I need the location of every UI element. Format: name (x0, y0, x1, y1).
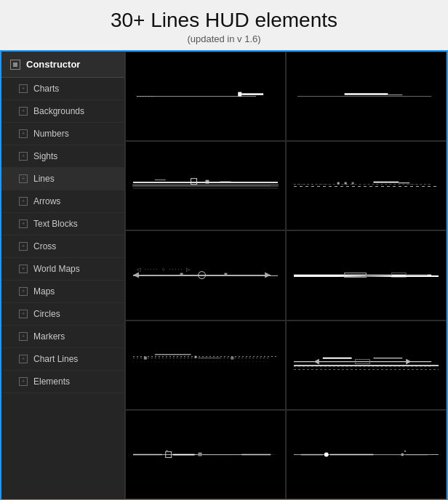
text-blocks-icon (19, 219, 28, 228)
sidebar-item-label: Chart Lines (33, 354, 78, 364)
svg-point-57 (324, 452, 329, 456)
sidebar-item-label: Charts (33, 84, 59, 94)
sidebar-item-chart-lines[interactable]: Chart Lines (1, 348, 124, 371)
arrows-icon (19, 197, 28, 206)
charts-icon (19, 84, 28, 93)
sidebar-item-label: Text Blocks (33, 219, 78, 229)
sidebar-item-world-maps[interactable]: World Maps (1, 258, 124, 281)
svg-rect-29 (224, 273, 227, 276)
sidebar-item-backgrounds[interactable]: Backgrounds (1, 100, 124, 123)
sidebar-item-label: Arrows (33, 196, 60, 206)
numbers-icon (19, 129, 28, 138)
maps-icon (19, 287, 28, 296)
cross-icon (19, 242, 28, 251)
hud-cell-1-2[interactable] (286, 52, 447, 141)
page-subtitle: (updated in v 1.6) (0, 33, 448, 44)
sidebar-header[interactable]: Constructor (1, 52, 124, 78)
hud-cell-3-2[interactable] (286, 230, 447, 320)
sidebar-item-label: Markers (33, 331, 65, 342)
svg-point-25 (199, 272, 206, 279)
sidebar: Constructor Charts Backgrounds Numbers S… (1, 52, 125, 499)
world-maps-icon (19, 265, 28, 273)
sidebar-item-arrows[interactable]: Arrows (1, 190, 124, 213)
hud-cell-5-2[interactable] (286, 410, 447, 499)
hud-cell-2-1[interactable] (125, 141, 286, 230)
sidebar-item-label: Cross (33, 241, 56, 251)
elements-icon (19, 377, 28, 386)
svg-rect-20 (345, 182, 347, 185)
hud-cell-2-2[interactable] (286, 141, 447, 230)
sidebar-item-elements[interactable]: Elements (1, 371, 124, 393)
svg-rect-31 (345, 273, 367, 278)
svg-marker-46 (314, 358, 319, 364)
sidebar-item-lines[interactable]: Lines (1, 168, 124, 190)
circles-icon (19, 310, 28, 318)
hud-cell-5-1[interactable] (125, 410, 286, 499)
sidebar-item-maps[interactable]: Maps (1, 281, 124, 303)
svg-rect-3 (238, 92, 241, 97)
svg-rect-41 (231, 356, 233, 359)
chart-lines-icon (19, 355, 28, 363)
sidebar-item-label: World Maps (33, 264, 80, 274)
backgrounds-icon (19, 107, 28, 116)
svg-marker-23 (133, 273, 139, 278)
lines-icon (19, 174, 28, 183)
svg-marker-24 (265, 273, 271, 278)
sidebar-item-label: Sights (33, 151, 57, 161)
sidebar-item-numbers[interactable]: Numbers (1, 123, 124, 145)
svg-rect-40 (195, 355, 197, 358)
svg-rect-10 (191, 179, 197, 185)
content-grid (125, 52, 447, 499)
sidebar-header-label: Constructor (26, 59, 80, 70)
sights-icon (19, 152, 28, 161)
sidebar-item-label: Lines (33, 174, 55, 184)
sidebar-item-circles[interactable]: Circles (1, 303, 124, 326)
sidebar-item-label: Maps (33, 286, 55, 297)
main-container: Constructor Charts Backgrounds Numbers S… (0, 50, 448, 500)
svg-rect-53 (199, 452, 202, 456)
svg-rect-19 (337, 182, 340, 185)
hud-cell-3-1[interactable] (125, 230, 286, 320)
sidebar-item-cross[interactable]: Cross (1, 235, 124, 258)
markers-icon (19, 332, 28, 341)
sidebar-item-label: Numbers (33, 129, 69, 139)
hud-cell-4-1[interactable] (125, 320, 286, 410)
svg-marker-47 (406, 358, 411, 364)
sidebar-item-label: Circles (33, 309, 60, 319)
page-title: 30+ Lines HUD elements (0, 0, 448, 33)
hud-cell-1-1[interactable] (125, 52, 286, 141)
svg-rect-28 (180, 273, 183, 276)
sidebar-item-markers[interactable]: Markers (1, 326, 124, 348)
sidebar-item-label: Backgrounds (33, 106, 84, 116)
sidebar-item-text-blocks[interactable]: Text Blocks (1, 213, 124, 235)
hud-cell-4-2[interactable] (286, 320, 447, 410)
svg-rect-39 (144, 356, 147, 359)
sidebar-item-charts[interactable]: Charts (1, 78, 124, 100)
constructor-icon (10, 60, 20, 70)
svg-rect-33 (391, 273, 406, 278)
sidebar-item-sights[interactable]: Sights (1, 145, 124, 168)
svg-rect-21 (352, 182, 354, 185)
svg-rect-11 (206, 180, 209, 184)
sidebar-item-label: Elements (33, 376, 70, 387)
